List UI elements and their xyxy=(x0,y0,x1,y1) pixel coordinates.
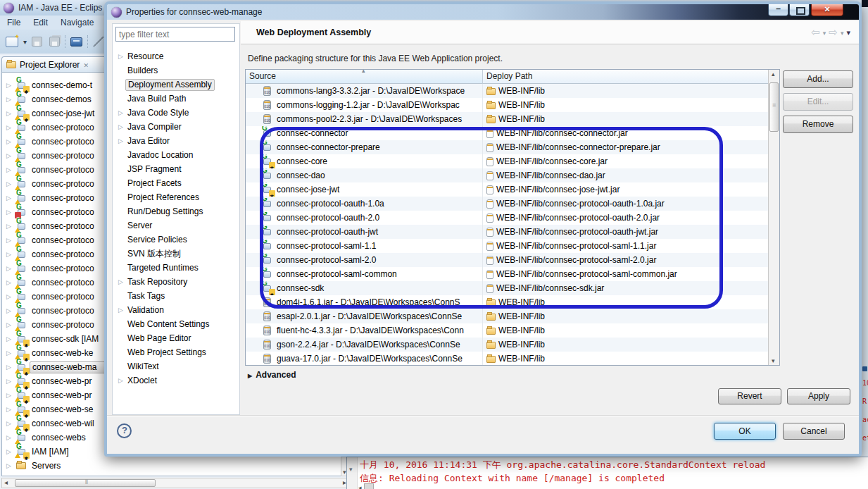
expand-arrow-icon[interactable] xyxy=(118,307,127,314)
properties-tree-item[interactable]: Builders xyxy=(113,63,239,78)
project-explorer-item[interactable]: Servers xyxy=(2,459,350,473)
properties-tree-item[interactable]: Java Code Style xyxy=(113,106,239,120)
expand-arrow-icon[interactable] xyxy=(118,109,127,116)
table-row[interactable]: dom4j-1.6.1.jar - D:\JavaIDE\Workspaces\… xyxy=(246,295,769,309)
properties-tree-item[interactable]: Validation xyxy=(113,303,239,317)
forward-icon[interactable] xyxy=(829,26,838,39)
expand-arrow-icon[interactable] xyxy=(118,53,127,60)
scrollbar-thumb[interactable] xyxy=(769,82,779,132)
properties-tree-item[interactable]: Deployment Assembly xyxy=(113,78,239,92)
properties-tree-item[interactable]: Task Tags xyxy=(113,289,239,303)
menu-item[interactable]: Navigate xyxy=(61,18,94,27)
properties-tree-item[interactable]: Java Editor xyxy=(113,134,239,148)
view-menu-icon[interactable] xyxy=(846,27,850,37)
properties-tree-item[interactable]: Java Build Path xyxy=(113,92,239,106)
expand-arrow-icon[interactable] xyxy=(118,123,127,130)
remove-button[interactable]: Remove xyxy=(783,116,853,133)
expand-arrow-icon[interactable] xyxy=(6,223,15,230)
properties-tree-item[interactable]: Service Policies xyxy=(113,233,239,247)
properties-tree-item[interactable]: SVN 版本控制 xyxy=(113,247,239,261)
maximize-button[interactable] xyxy=(789,4,810,16)
table-row[interactable]: connsec-protocol-saml-2.0 WEB-INF/lib/co… xyxy=(246,253,769,267)
expand-arrow-icon[interactable] xyxy=(6,124,15,131)
expand-arrow-icon[interactable] xyxy=(118,377,127,384)
expand-arrow-icon[interactable] xyxy=(6,420,15,427)
project-explorer-tab[interactable]: Project Explorer xyxy=(1,56,114,72)
menu-item[interactable]: File xyxy=(7,18,20,27)
properties-tree-item[interactable]: Java Compiler xyxy=(113,120,239,134)
table-row[interactable]: commons-pool2-2.3.jar - D:\JavaIDE\Works… xyxy=(246,112,769,126)
collapsed-arrow-icon[interactable] xyxy=(248,370,256,380)
expand-arrow-icon[interactable] xyxy=(6,209,15,216)
table-row[interactable]: esapi-2.0.1.jar - D:\JavaIDE\Workspaces\… xyxy=(246,309,769,323)
expand-arrow-icon[interactable] xyxy=(6,349,15,357)
expand-arrow-icon[interactable] xyxy=(6,194,15,202)
expand-arrow-icon[interactable] xyxy=(118,137,127,144)
expand-arrow-icon[interactable] xyxy=(6,279,15,286)
toolbar-icon[interactable] xyxy=(32,37,42,47)
cancel-button[interactable]: Cancel xyxy=(783,423,845,440)
properties-tree-item[interactable]: Javadoc Location xyxy=(113,148,239,162)
expand-arrow-icon[interactable] xyxy=(118,278,127,285)
expand-arrow-icon[interactable] xyxy=(6,82,15,89)
table-row[interactable]: connsec-jose-jwt WEB-INF/lib/connsec-jos… xyxy=(246,182,769,197)
console-gutter[interactable] xyxy=(347,457,358,489)
expand-arrow-icon[interactable] xyxy=(6,152,15,159)
forward-dropdown-icon[interactable] xyxy=(841,27,844,37)
properties-tree-item[interactable]: Task Repository xyxy=(113,275,239,289)
expand-arrow-icon[interactable] xyxy=(6,378,15,385)
toolbar-icon[interactable] xyxy=(65,35,65,48)
column-header-source[interactable]: Source xyxy=(246,70,483,84)
toolbar-icon[interactable] xyxy=(49,37,60,47)
properties-tree-item[interactable]: Web Project Settings xyxy=(113,345,239,359)
table-row[interactable]: guava-17.0.jar - D:\JavaIDE\Workspaces\C… xyxy=(246,352,769,366)
table-row[interactable]: connsec-protocol-saml-1.1 WEB-INF/lib/co… xyxy=(246,239,769,253)
expand-arrow-icon[interactable] xyxy=(6,448,15,455)
advanced-section[interactable]: Advanced xyxy=(248,370,296,380)
console-horizontal-scrollbar[interactable] xyxy=(358,482,379,488)
properties-tree-item[interactable]: WikiText xyxy=(113,359,239,373)
table-row[interactable]: connsec-protocol-oauth-1.0a WEB-INF/lib/… xyxy=(246,197,769,211)
properties-tree-item[interactable]: XDoclet xyxy=(113,373,239,388)
column-header-deploy-path[interactable]: Deploy Path xyxy=(483,70,769,84)
expand-arrow-icon[interactable] xyxy=(6,293,15,300)
dialog-titlebar[interactable]: Properties for connsec-web-manage xyxy=(107,4,859,20)
properties-tree-item[interactable]: Project References xyxy=(113,190,239,204)
expand-arrow-icon[interactable] xyxy=(6,406,15,413)
apply-button[interactable]: Apply xyxy=(787,388,850,404)
expand-arrow-icon[interactable] xyxy=(6,307,15,314)
table-row[interactable]: fluent-hc-4.3.3.jar - D:\JavaIDE\Workspa… xyxy=(246,323,769,338)
expand-arrow-icon[interactable] xyxy=(6,364,15,371)
table-row[interactable]: connsec-protocol-oauth-2.0 WEB-INF/lib/c… xyxy=(246,211,769,225)
filter-input[interactable] xyxy=(115,27,235,42)
expand-arrow-icon[interactable] xyxy=(6,265,15,272)
table-row[interactable]: connsec-core WEB-INF/lib/connsec-core.ja… xyxy=(246,154,769,168)
expand-arrow-icon[interactable] xyxy=(6,166,15,173)
expand-arrow-icon[interactable] xyxy=(6,462,15,469)
properties-tree-item[interactable]: Resource xyxy=(113,49,239,63)
expand-arrow-icon[interactable] xyxy=(6,138,15,145)
properties-tree-item[interactable]: Targeted Runtimes xyxy=(113,261,239,275)
expand-arrow-icon[interactable] xyxy=(6,392,15,399)
revert-button[interactable]: Revert xyxy=(718,388,781,404)
properties-tree-item[interactable]: JSP Fragment xyxy=(113,162,239,176)
toolbar-icon[interactable] xyxy=(23,37,27,47)
help-icon[interactable] xyxy=(117,423,132,438)
back-dropdown-icon[interactable] xyxy=(823,27,826,37)
table-row[interactable]: connsec-dao WEB-INF/lib/connsec-dao.jar xyxy=(246,168,769,182)
ok-button[interactable]: OK xyxy=(714,423,776,440)
properties-tree-item[interactable]: Run/Debug Settings xyxy=(113,204,239,218)
table-row[interactable]: gson-2.2.4.jar - D:\JavaIDE\Workspaces\C… xyxy=(246,338,769,352)
properties-tree-item[interactable]: Web Content Settings xyxy=(113,317,239,331)
expand-arrow-icon[interactable] xyxy=(6,237,15,244)
table-row[interactable]: connsec-protocol-saml-common WEB-INF/lib… xyxy=(246,267,769,281)
minimize-button[interactable] xyxy=(768,4,788,16)
back-icon[interactable] xyxy=(811,26,820,39)
table-row[interactable]: commons-lang3-3.3.2.jar - D:\JavaIDE\Wor… xyxy=(246,84,769,98)
table-vertical-scrollbar[interactable] xyxy=(768,70,779,365)
expand-arrow-icon[interactable] xyxy=(6,96,15,103)
expand-arrow-icon[interactable] xyxy=(6,110,15,117)
table-row[interactable]: connsec-protocol-oauth-jwt WEB-INF/lib/c… xyxy=(246,225,769,239)
toolbar-icon[interactable] xyxy=(6,37,18,47)
expand-arrow-icon[interactable] xyxy=(6,321,15,328)
